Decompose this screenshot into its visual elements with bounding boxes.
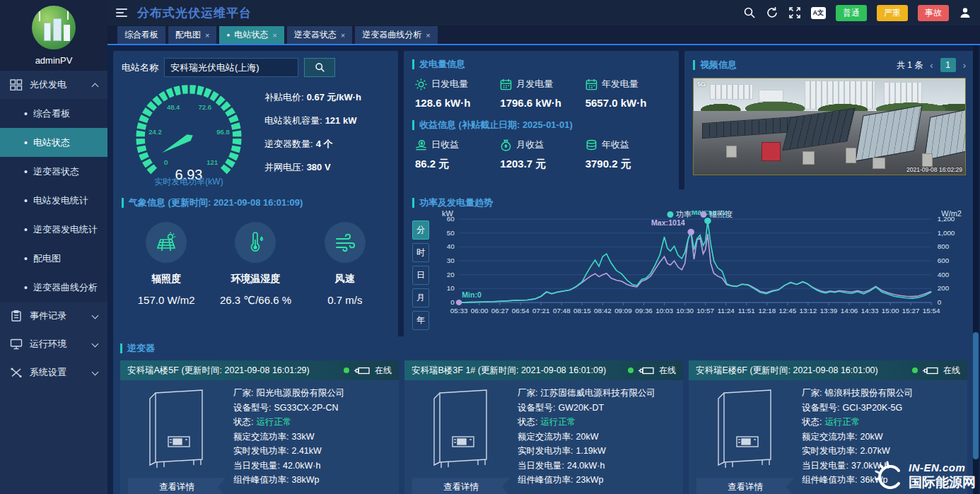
legend-power[interactable]: 功率 — [676, 210, 692, 218]
search-icon — [315, 62, 325, 73]
tab-distribution-diagram[interactable]: 配电图× — [168, 26, 216, 44]
monthly-income: 月收益 1203.7 元 — [500, 139, 585, 171]
svg-text:05:33: 05:33 — [450, 307, 468, 314]
inverter-panel: 逆变器 安科瑞A楼5F (更新时间: 2021-09-08 16:01:29) … — [113, 336, 974, 494]
weather-card: 气象信息 (更新时间: 2021-09-08 16:01:09) 辐照度 157… — [113, 189, 398, 337]
station-info-row: 逆变器数量:4 个 — [264, 138, 390, 151]
page-number[interactable]: 1 — [940, 58, 956, 72]
svg-text:15:00: 15:00 — [882, 307, 899, 314]
inverter-header: 安科瑞A楼5F (更新时间: 2021-09-08 16:01:29) 在线 — [120, 360, 399, 380]
legend-irradiance[interactable]: 辐照度 — [709, 210, 733, 218]
sidebar-item-station-stats[interactable]: •电站发电统计 — [0, 186, 107, 215]
view-details-button[interactable]: 查看详情 — [128, 478, 226, 494]
calendar-icon — [585, 78, 597, 90]
close-icon[interactable]: × — [205, 31, 209, 40]
tab-overview[interactable]: 综合看板 — [117, 26, 165, 44]
svg-text:0: 0 — [450, 298, 454, 306]
cctv-frame[interactable]: 5G 2021-09-08 16:02:29 — [693, 78, 966, 175]
period-tab-day[interactable]: 日 — [412, 266, 429, 285]
station-info-row: 补贴电价:0.67 元/kW·h — [264, 91, 390, 104]
station-search-button[interactable] — [304, 58, 335, 77]
hand-coin-icon — [415, 139, 427, 151]
camera-timestamp: 2021-09-08 16:02:29 — [906, 166, 962, 173]
station-name-input[interactable] — [164, 58, 298, 77]
svg-text:06:00: 06:00 — [471, 307, 489, 314]
power-legend-dot — [667, 211, 673, 218]
alarm-badge-normal[interactable]: 普通 — [836, 5, 867, 21]
period-tab-hour[interactable]: 时 — [412, 243, 429, 262]
app-root: adminPV 光伏发电 •综合看板 •电站状态 •逆变器状态 •电站发电统计 … — [0, 0, 980, 494]
yearly-income: 年收益 3790.2 元 — [585, 139, 670, 171]
tab-station-status[interactable]: ●电站状态× — [219, 26, 284, 44]
yearly-generation: 年发电量 5657.0 kW·h — [585, 78, 670, 109]
scrollbar[interactable] — [973, 332, 979, 459]
inverter-panel-title: 逆变器 — [120, 342, 967, 355]
sidebar-item-inverter-curve[interactable]: •逆变器曲线分析 — [0, 273, 107, 302]
inverter-status: 在线 — [912, 365, 960, 377]
chevron-down-icon — [92, 312, 99, 319]
svg-text:20: 20 — [447, 271, 455, 278]
in-en-logo-icon — [873, 460, 906, 493]
svg-text:96.8: 96.8 — [216, 128, 230, 136]
view-details-button[interactable]: 查看详情 — [696, 478, 794, 494]
monthly-generation: 月发电量 1796.6 kW·h — [500, 78, 585, 109]
sidebar-item-event-log[interactable]: 事件记录 — [0, 302, 107, 330]
trend-chart-card: 功率及发电量趋势 分 时 日 月 年 kW W/m2 — [404, 189, 974, 337]
tab-inverter-status[interactable]: 逆变器状态× — [287, 26, 352, 44]
irradiance-icon — [155, 231, 177, 254]
period-tab-minute[interactable]: 分 — [412, 220, 429, 240]
sidebar-item-system-settings[interactable]: 系统设置 — [0, 358, 107, 387]
sidebar-item-pv-generation[interactable]: 光伏发电 — [0, 71, 107, 99]
svg-text:10:30: 10:30 — [676, 307, 694, 314]
sidebar-item-runtime-env[interactable]: 运行环境 — [0, 330, 107, 358]
station-info-row: 并网电压:380 V — [264, 161, 390, 174]
online-dot-icon — [344, 367, 349, 373]
svg-text:12:18: 12:18 — [758, 307, 776, 314]
user-icon[interactable] — [959, 6, 972, 19]
sidebar-item-distribution-diagram[interactable]: •配电图 — [0, 244, 107, 273]
refresh-icon[interactable] — [766, 6, 778, 19]
svg-text:24.2: 24.2 — [148, 128, 162, 136]
svg-text:48.4: 48.4 — [167, 103, 180, 111]
svg-text:40: 40 — [447, 243, 455, 251]
tab-inverter-curve[interactable]: 逆变器曲线分析× — [355, 26, 437, 44]
menu-toggle-icon[interactable] — [116, 6, 127, 19]
alarm-badge-severe[interactable]: 严重 — [877, 5, 908, 21]
right-axis-unit: W/m2 — [941, 209, 962, 218]
video-count: 共 1 条 — [897, 59, 923, 71]
inverter-device-image — [708, 386, 782, 474]
svg-text:12:45: 12:45 — [779, 307, 797, 314]
sidebar: adminPV 光伏发电 •综合看板 •电站状态 •逆变器状态 •电站发电统计 … — [0, 0, 107, 494]
wind-icon — [334, 231, 356, 254]
sidebar-item-inverter-stats[interactable]: •逆变器发电统计 — [0, 215, 107, 244]
close-icon[interactable]: × — [426, 31, 430, 40]
period-tab-month[interactable]: 月 — [412, 288, 429, 307]
sidebar-item-inverter-status[interactable]: •逆变器状态 — [0, 157, 107, 186]
svg-text:11:51: 11:51 — [738, 307, 755, 314]
view-details-button[interactable]: 查看详情 — [412, 478, 510, 494]
language-icon[interactable]: A文 — [811, 7, 827, 19]
search-icon[interactable] — [743, 6, 756, 19]
alarm-badge-fault[interactable]: 事故 — [918, 5, 949, 21]
chevron-down-icon — [92, 340, 99, 347]
svg-text:800: 800 — [938, 243, 949, 251]
close-icon[interactable]: × — [341, 31, 345, 40]
svg-text:07:21: 07:21 — [532, 307, 550, 314]
irradiance-legend-dot — [700, 211, 706, 218]
main-area: 分布式光伏运维平台 A文 普通 严重 事故 综合看板 配电图× ●电站状态× 逆… — [107, 0, 980, 494]
daily-generation: 日发电量 128.6 kW·h — [415, 78, 500, 109]
svg-text:08:15: 08:15 — [573, 307, 591, 314]
sidebar-item-station-status[interactable]: •电站状态 — [0, 128, 107, 157]
chevron-down-icon — [92, 368, 99, 375]
period-tab-year[interactable]: 年 — [412, 311, 429, 330]
prev-page-icon[interactable]: ‹ — [930, 60, 933, 71]
temperature-humidity-metric: 环境温湿度 26.3 ℃/66.6 % — [211, 222, 300, 307]
svg-text:50: 50 — [447, 229, 455, 237]
next-page-icon[interactable]: › — [963, 60, 966, 71]
fullscreen-icon[interactable] — [788, 6, 801, 19]
inverter-device-image — [140, 386, 214, 474]
close-icon[interactable]: × — [272, 31, 276, 40]
cctv-red-box — [762, 142, 781, 161]
svg-text:13:12: 13:12 — [800, 307, 817, 314]
sidebar-item-overview[interactable]: •综合看板 — [0, 99, 107, 128]
